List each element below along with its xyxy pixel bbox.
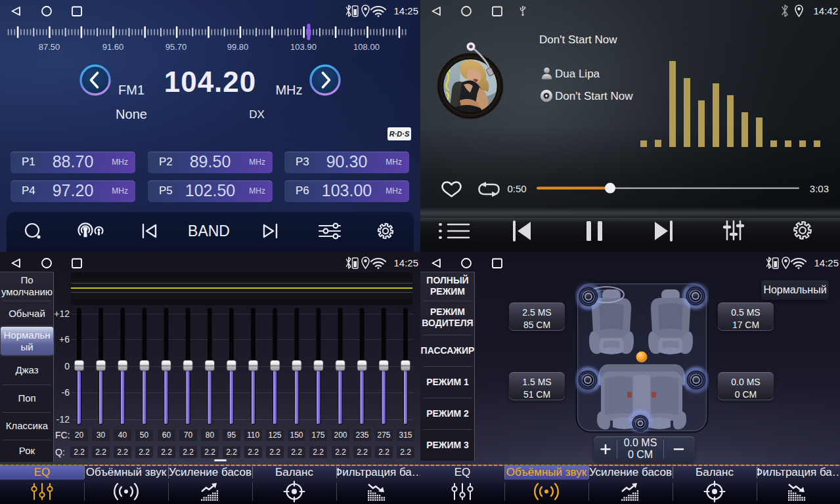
svg-text:3:03: 3:03 xyxy=(810,183,829,194)
svg-text:BAND: BAND xyxy=(188,222,230,240)
svg-text:14:25: 14:25 xyxy=(814,257,839,268)
svg-text:0:50: 0:50 xyxy=(507,183,526,194)
